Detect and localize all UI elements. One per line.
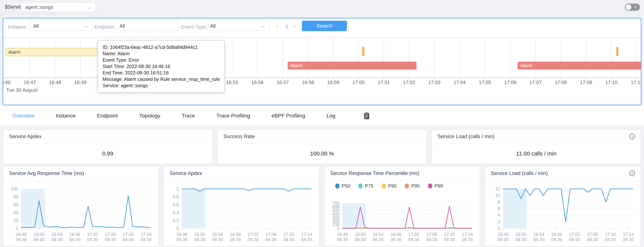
- timeline-gridline: [485, 37, 485, 80]
- legend-item-p50[interactable]: P50: [335, 183, 350, 189]
- timeline-time-label: 17:07: [522, 80, 549, 85]
- legend-label: P90: [388, 183, 396, 189]
- legend-item-p75[interactable]: P75: [358, 183, 373, 189]
- tab-instance[interactable]: Instance: [56, 113, 76, 119]
- timeline-gridline: [358, 37, 359, 80]
- timeline-top-border: [3, 37, 641, 38]
- timeline-gridline: [636, 37, 637, 80]
- service-select-value: agent::songs: [25, 4, 88, 10]
- line-chart: 02468101216:4608-3016:5008-3016:5408-301…: [485, 181, 640, 246]
- search-button[interactable]: Search: [302, 21, 347, 31]
- instance-select-value: All: [33, 23, 85, 29]
- x-axis-tick-label: 16:5408-30: [533, 232, 544, 242]
- pager-next-icon[interactable]: ›: [293, 23, 296, 30]
- metric-card-title: Service Load (calls / min): [438, 134, 494, 139]
- x-axis-tick-label: 16:5008-30: [516, 232, 526, 242]
- timeline-gridline: [384, 37, 384, 80]
- tab-ebpf-profiling[interactable]: eBPF Profiling: [272, 113, 305, 119]
- x-axis-tick-label: 17:0208-30: [408, 232, 419, 242]
- chevron-down-icon: [88, 5, 92, 9]
- timeline-date-label: Tue 30 August: [6, 87, 38, 93]
- legend-item-p99[interactable]: P99: [428, 183, 443, 189]
- tab-trace-profiling[interactable]: Trace Profiling: [216, 113, 250, 119]
- legend-item-p90[interactable]: P90: [382, 183, 396, 189]
- info-icon[interactable]: [629, 170, 635, 177]
- x-axis-tick-label: 16:4608-30: [498, 232, 509, 242]
- timeline-time-label: 16:48: [42, 80, 68, 85]
- y-axis-tick-label: 0: [16, 226, 18, 231]
- event-type-select-value: All: [210, 23, 261, 29]
- metric-card-service-apdex: Service Apdex 0.99: [3, 130, 212, 164]
- y-axis-tick-label: 0: [498, 226, 500, 231]
- x-axis-tick-label: 16:4608-30: [16, 232, 27, 242]
- timeline-event-bar[interactable]: Alarm: [518, 62, 641, 70]
- tooltip-line: Event Type: Error: [102, 57, 220, 63]
- y-axis-tick-label: 20: [13, 218, 18, 223]
- legend-item-p95[interactable]: P95: [405, 183, 420, 189]
- instance-select[interactable]: All: [30, 21, 92, 31]
- top-bar: $Service agent::songs V: [0, 0, 644, 14]
- x-axis-tick-label: 16:5408-30: [372, 232, 384, 242]
- event-type-filter-label: Event Type:: [181, 24, 207, 30]
- x-axis-tick-label: 16:4608-30: [337, 232, 348, 242]
- tab-endpoint[interactable]: Endpoint: [97, 113, 118, 119]
- timeline-time-label: 16:56: [244, 80, 270, 85]
- chart-canvas: 010020030040050060070016:4608-3016:5008-…: [325, 181, 480, 246]
- y-axis-tick-label: 60: [13, 202, 18, 207]
- line-chart: 010020030040050060070016:4608-3016:5008-…: [325, 181, 480, 246]
- divider: [4, 180, 158, 181]
- x-axis-tick-label: 17:1008-30: [444, 232, 455, 242]
- y-axis-tick-label: 700: [332, 201, 340, 206]
- event-filter-bar: Instance: All Endpoint: Event Type: All …: [3, 19, 641, 37]
- metric-card-service-load: Service Load (calls / min) 11.00 calls /…: [432, 130, 641, 164]
- endpoint-input[interactable]: [120, 23, 176, 29]
- timeline-point-event[interactable]: [616, 47, 618, 56]
- metric-card-value: 100.00 %: [218, 143, 426, 164]
- tab-topology[interactable]: Topology: [139, 113, 160, 119]
- timeline-time-label: 16:49: [67, 80, 94, 85]
- event-tooltip: ID: 1064f23a-6eac-4812-a7cd-5d9a84d944c1…: [98, 40, 225, 93]
- metric-card-title: Service Apdex: [9, 134, 42, 139]
- highlight-band: [182, 189, 205, 228]
- version-toggle[interactable]: V: [625, 4, 640, 11]
- chart-card-avg-response-time: Service Avg Response Time (ms) 020406080…: [3, 167, 158, 246]
- timeline-time-label: 17:04: [446, 80, 473, 85]
- toggle-label: V: [634, 5, 637, 10]
- metric-card-title: Success Rate: [223, 134, 255, 139]
- tooltip-line: ID: 1064f23a-6eac-4812-a7cd-5d9a84d944c1: [102, 44, 220, 50]
- x-axis-tick-label: 16:5008-30: [355, 232, 366, 242]
- line-chart: 00.20.40.60.8116:4608-3016:5008-3016:540…: [164, 181, 319, 246]
- timeline-gridline: [560, 37, 561, 80]
- timeline-gridline: [510, 37, 510, 80]
- timeline-gridline: [30, 37, 30, 80]
- legend-label: P75: [365, 183, 373, 189]
- tab-overview[interactable]: Overview: [12, 113, 34, 119]
- timeline-event-bar[interactable]: Alarm: [288, 62, 416, 70]
- timeline-time-label: 17:11: [624, 80, 641, 85]
- x-axis-tick-label: 16:5808-30: [69, 232, 80, 242]
- event-type-select[interactable]: All: [207, 21, 269, 31]
- y-axis-tick-label: 40: [13, 210, 18, 215]
- y-axis-tick-label: 6: [498, 206, 500, 211]
- service-select[interactable]: agent::songs: [21, 3, 96, 12]
- endpoint-input-box: [116, 21, 179, 31]
- timeline-time-label: 17:06: [497, 80, 524, 85]
- pager-page-number[interactable]: 1: [285, 24, 288, 30]
- timeline-gridline: [434, 37, 434, 80]
- endpoint-filter-label: Endpoint:: [94, 24, 115, 30]
- tabs-container: OverviewInstanceEndpointTopologyTraceTra…: [12, 106, 370, 126]
- divider: [164, 180, 319, 181]
- clipboard-icon[interactable]: [364, 112, 370, 120]
- tab-trace[interactable]: Trace: [182, 113, 195, 119]
- pager-prev-icon[interactable]: ‹: [276, 23, 278, 30]
- x-axis-tick-label: 17:1408-30: [462, 232, 473, 242]
- timeline-point-event[interactable]: [362, 47, 364, 56]
- x-axis-tick-label: 17:0208-30: [248, 232, 259, 242]
- x-axis-tick-label: 16:4608-30: [176, 232, 188, 242]
- timeline-time-label: 16:59: [320, 80, 346, 85]
- info-icon[interactable]: [629, 133, 635, 140]
- y-axis-tick-label: 8: [498, 200, 500, 204]
- tab-log[interactable]: Log: [326, 113, 335, 119]
- timeline-gridline: [333, 37, 334, 80]
- divider: [485, 180, 640, 181]
